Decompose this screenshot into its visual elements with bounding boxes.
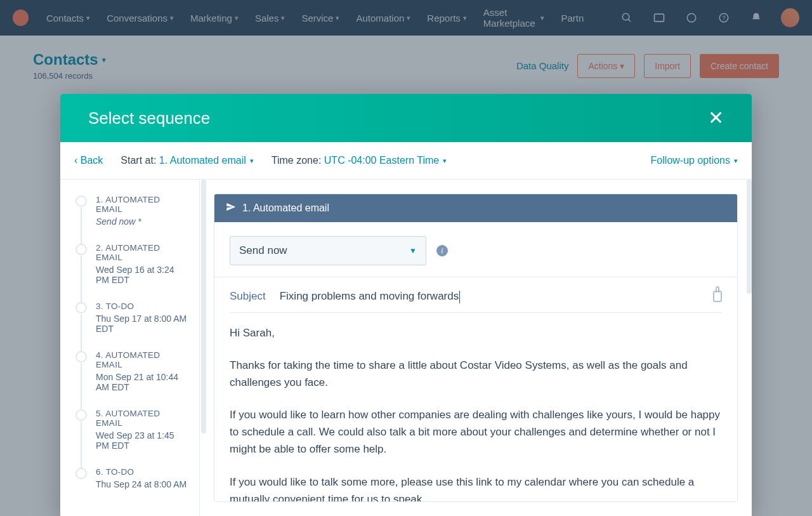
subject-row: Subject Fixing problems and moving forwa…: [230, 290, 722, 303]
step-name: 4. AUTOMATED EMAIL: [96, 350, 189, 369]
info-icon[interactable]: i: [436, 245, 448, 256]
step-dot-icon: [75, 468, 87, 479]
step-when: Send now *: [96, 216, 189, 227]
subject-value[interactable]: Fixing problems and moving forwards: [280, 290, 461, 303]
start-at-label: Start at:: [121, 155, 156, 166]
step-dot-icon: [75, 244, 87, 255]
panel-title: 1. Automated email: [242, 202, 329, 214]
timezone-select[interactable]: UTC -04:00 Eastern Time▾: [324, 155, 447, 166]
step-detail: 1. Automated email Send now ▼ i Subject …: [200, 180, 752, 516]
step-name: 6. TO-DO: [96, 467, 189, 477]
step-name: 1. AUTOMATED EMAIL: [96, 195, 189, 214]
select-sequence-modal: Select sequence ✕ ‹ Back Start at: 1. Au…: [60, 94, 752, 516]
step-item[interactable]: 3. TO-DOThu Sep 17 at 8:00 AM EDT: [75, 301, 189, 334]
step-dot-icon: [75, 409, 87, 421]
step-list: 1. AUTOMATED EMAILSend now *2. AUTOMATED…: [60, 180, 200, 516]
step-item[interactable]: 6. TO-DOThu Sep 24 at 8:00 AM: [75, 467, 189, 489]
start-at-select[interactable]: 1. Automated email▾: [159, 155, 254, 166]
email-body-p2: Thanks for taking the time to share a li…: [230, 357, 722, 391]
step-when: Thu Sep 24 at 8:00 AM: [96, 479, 189, 489]
lock-icon: [713, 291, 722, 302]
modal-title: Select sequence: [88, 109, 210, 128]
detail-scrollbar[interactable]: [747, 180, 752, 294]
step-when: Mon Sep 21 at 10:44 AM EDT: [96, 372, 189, 392]
step-name: 5. AUTOMATED EMAIL: [96, 409, 189, 428]
send-icon: [226, 202, 236, 215]
back-link[interactable]: ‹ Back: [74, 155, 103, 166]
step-when: Wed Sep 23 at 1:45 PM EDT: [96, 430, 189, 451]
step-name: 2. AUTOMATED EMAIL: [96, 243, 189, 262]
modal-toolbar: ‹ Back Start at: 1. Automated email▾ Tim…: [60, 142, 752, 180]
email-body[interactable]: Hi Sarah, Thanks for taking the time to …: [230, 324, 722, 501]
step-when: Wed Sep 16 at 3:24 PM EDT: [96, 265, 189, 285]
email-body-p3: If you would like to learn how other com…: [230, 406, 722, 458]
step-item[interactable]: 2. AUTOMATED EMAILWed Sep 16 at 3:24 PM …: [75, 243, 189, 285]
email-body-p1: Hi Sarah,: [230, 324, 722, 341]
close-icon[interactable]: ✕: [708, 109, 724, 128]
email-panel: 1. Automated email Send now ▼ i Subject …: [214, 194, 738, 502]
send-timing-select[interactable]: Send now ▼: [230, 236, 426, 265]
step-dot-icon: [75, 302, 87, 314]
step-when: Thu Sep 17 at 8:00 AM EDT: [96, 314, 189, 334]
step-item[interactable]: 4. AUTOMATED EMAILMon Sep 21 at 10:44 AM…: [75, 350, 189, 392]
step-name: 3. TO-DO: [96, 301, 189, 311]
timezone-label: Time zone:: [272, 155, 322, 166]
chevron-down-icon: ▼: [409, 246, 417, 255]
step-item[interactable]: 5. AUTOMATED EMAILWed Sep 23 at 1:45 PM …: [75, 409, 189, 451]
followup-options[interactable]: Follow-up options▾: [651, 155, 738, 166]
modal-header: Select sequence ✕: [60, 94, 752, 142]
step-dot-icon: [75, 351, 87, 362]
subject-label: Subject: [230, 290, 266, 303]
step-dot-icon: [75, 195, 87, 207]
step-item[interactable]: 1. AUTOMATED EMAILSend now *: [75, 195, 189, 227]
panel-header: 1. Automated email: [214, 194, 737, 222]
email-body-p4: If you would like to talk some more, ple…: [230, 473, 722, 501]
